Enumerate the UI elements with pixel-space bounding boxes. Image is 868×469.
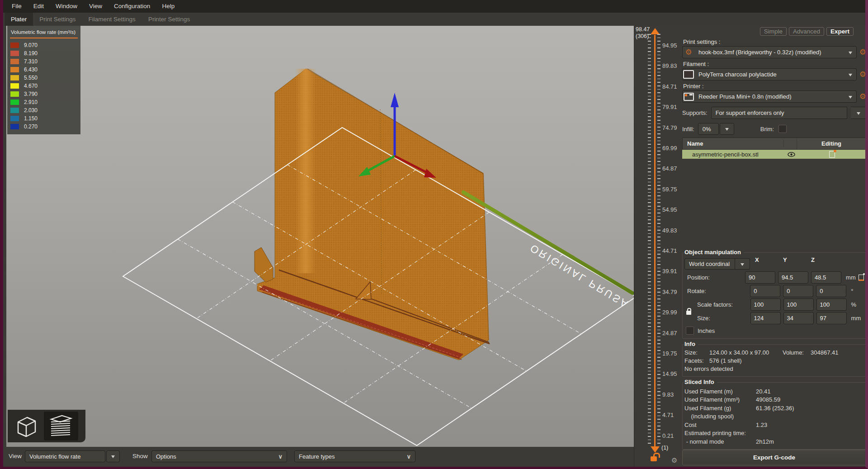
manip-field-x[interactable] <box>750 312 781 324</box>
manip-row: Rotate:° <box>684 285 864 297</box>
tab-print-settings[interactable]: Print Settings <box>33 13 82 26</box>
manip-field-y[interactable] <box>783 298 814 311</box>
object-row-selected[interactable]: asymmetric-pencil-box.stl <box>682 150 866 159</box>
printer-select[interactable]: Reeder Prusa Mini+ 0.8n (modified) <box>682 90 857 103</box>
legend-value: 8.190 <box>24 50 38 57</box>
scene-3d[interactable]: ORIGINAL PRUSA <box>6 26 634 447</box>
viewport-3d[interactable]: ORIGINAL PRUSA Volumetric flow rate (mm³… <box>6 26 634 447</box>
inches-label: Inches <box>698 327 715 334</box>
inches-checkbox[interactable] <box>686 327 694 335</box>
manip-field-y[interactable] <box>778 271 808 284</box>
export-gcode-button[interactable]: Export G-code <box>682 450 866 465</box>
facets-label: Facets: <box>684 357 709 364</box>
manip-field-x[interactable] <box>745 271 775 284</box>
legend-entry: 3.790 <box>7 90 80 98</box>
legend-value: 2.030 <box>24 107 38 114</box>
layer-slider-lower-handle[interactable] <box>651 446 660 453</box>
filament-color-swatch <box>683 70 694 79</box>
manip-field-z[interactable] <box>811 271 841 284</box>
manip-label: Position: <box>684 274 745 281</box>
feature-types-select[interactable]: Feature types∨ <box>294 450 415 462</box>
manip-field-z[interactable] <box>816 312 847 324</box>
model-asymmetric-pencil-box[interactable] <box>255 69 490 360</box>
brim-checkbox[interactable] <box>778 125 787 133</box>
manip-field-z[interactable] <box>816 298 847 311</box>
flow-rate-legend: Volumetric flow rate (mm³/s) 9.0708.1907… <box>7 26 80 134</box>
slider-settings-gear-icon[interactable]: ⚙ <box>671 457 677 464</box>
prusaslicer-window: FileEditWindowViewConfigurationHelp Plat… <box>0 0 868 469</box>
layer-height-tick: 4.71 <box>662 412 674 418</box>
view-select[interactable]: Volumetric flow rate <box>25 450 105 462</box>
print-settings-select[interactable]: ⚙ hook-box.3mf (Bridgeworthy - 0.32z) (m… <box>682 46 857 58</box>
manip-row: Scale factors:% <box>684 299 864 310</box>
mode-simple[interactable]: Simple <box>760 27 787 36</box>
manip-field-z[interactable] <box>816 285 846 297</box>
sliced-info-row: Used Filament (mm³)49085.59 <box>684 396 864 403</box>
menu-configuration[interactable]: Configuration <box>108 0 156 13</box>
edit-filament-gear-icon[interactable]: ⚙ <box>859 71 866 78</box>
layer-height-tick: 84.71 <box>662 83 677 90</box>
axis-header-z: Z <box>811 256 822 263</box>
layer-slider-upper-handle[interactable] <box>651 28 660 34</box>
supports-select-arrow[interactable] <box>851 107 866 119</box>
dropdown-arrow-icon <box>849 52 852 56</box>
bottom-toolbar: View Volumetric flow rate Show Options∨ … <box>3 447 634 467</box>
manip-field-y[interactable] <box>783 285 813 297</box>
manip-field-y[interactable] <box>783 312 814 324</box>
preview-view-button[interactable] <box>44 412 78 441</box>
uniform-scale-lock-icon[interactable] <box>686 311 691 315</box>
mode-advanced[interactable]: Advanced <box>789 27 824 36</box>
legend-swatch <box>10 75 19 81</box>
info-title: Info <box>684 341 698 347</box>
slider-lock-icon[interactable] <box>651 456 657 461</box>
menu-help[interactable]: Help <box>156 0 180 13</box>
manip-label: Scale factors: <box>684 301 750 308</box>
mode-expert[interactable]: Expert <box>826 27 854 36</box>
layers-stack-icon <box>48 414 74 438</box>
editor-view-button[interactable] <box>9 412 44 441</box>
legend-value: 1.150 <box>24 115 38 122</box>
sliced-info-rows: Used Filament (m)20.41Used Filament (mm³… <box>684 388 864 445</box>
legend-swatch <box>10 99 19 105</box>
object-table-header: Name Editing <box>682 137 866 150</box>
menu-file[interactable]: File <box>6 0 28 13</box>
size-label: Size: <box>684 349 709 356</box>
eye-visibility-icon[interactable] <box>788 152 795 157</box>
menu-window[interactable]: Window <box>50 0 83 13</box>
layer-height-tick: 44.71 <box>662 247 677 254</box>
infill-select-arrow[interactable] <box>720 123 734 135</box>
supports-select[interactable]: For support enforcers only <box>711 107 847 119</box>
layer-ruler-ticks-right <box>657 34 660 446</box>
drop-to-bed-icon[interactable] <box>859 275 864 281</box>
sliced-info-row: (including spool) <box>684 413 864 420</box>
menu-edit[interactable]: Edit <box>28 0 50 13</box>
tab-filament-settings[interactable]: Filament Settings <box>82 13 142 26</box>
coordinate-system-select[interactable]: World coordinal <box>684 258 735 270</box>
sliced-info-title: Sliced Info <box>684 379 717 385</box>
column-editing: Editing <box>797 140 866 147</box>
layer-slider-track[interactable] <box>654 35 656 446</box>
edit-object-icon[interactable] <box>829 151 835 158</box>
legend-swatch <box>10 108 19 113</box>
layer-height-tick: 74.79 <box>662 124 677 131</box>
coordinate-system-arrow[interactable] <box>735 258 750 270</box>
layer-height-tick: 39.91 <box>662 268 677 275</box>
filament-select[interactable]: PolyTerra charcoal polylactide <box>682 68 857 81</box>
edit-print-settings-gear-icon[interactable]: ⚙ <box>859 48 866 56</box>
sliced-info-row: - normal mode2h12m <box>684 438 864 445</box>
tab-plater[interactable]: Plater <box>5 13 33 26</box>
show-options-select[interactable]: Options∨ <box>151 450 287 462</box>
print-settings-label: Print settings : <box>683 38 866 45</box>
infill-select[interactable]: 0% <box>698 123 719 135</box>
manip-field-x[interactable] <box>750 285 780 297</box>
edit-printer-gear-icon[interactable]: ⚙ <box>859 93 866 100</box>
sliced-info-panel: Sliced Info Used Filament (m)20.41Used F… <box>682 382 866 450</box>
object-list-empty-area <box>682 159 866 247</box>
menu-view[interactable]: View <box>83 0 108 13</box>
manip-label: Rotate: <box>684 288 750 294</box>
legend-swatch <box>10 83 19 89</box>
view-select-arrow[interactable] <box>106 450 120 462</box>
tab-printer-settings[interactable]: Printer Settings <box>142 13 196 26</box>
manip-field-x[interactable] <box>750 298 781 311</box>
sliced-info-row: Estimated printing time: <box>684 430 864 436</box>
